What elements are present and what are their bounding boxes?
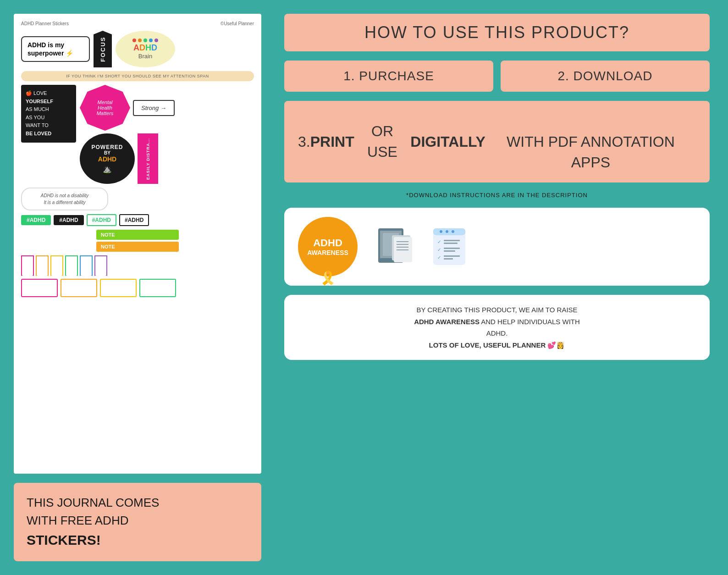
sticker-strong: Strong → bbox=[133, 100, 175, 116]
sticker-sheet: ADHD Planner Stickers ©Useful Planner AD… bbox=[14, 14, 261, 474]
svg-rect-22 bbox=[444, 258, 453, 260]
rect-stickers bbox=[21, 279, 176, 297]
rect-pink bbox=[21, 279, 58, 297]
note-orange: NOTE bbox=[96, 242, 179, 252]
brain-sub: Brain bbox=[138, 53, 152, 60]
mental-strong-row: MentalHealthMatters Strong → bbox=[80, 85, 175, 131]
svg-text:✓: ✓ bbox=[437, 255, 441, 260]
note-green: NOTE bbox=[96, 230, 179, 240]
sticker-powered: POWERED BY ADHD ⛰️ bbox=[80, 133, 135, 184]
left-panel: ADHD Planner Stickers ©Useful Planner AD… bbox=[0, 0, 275, 575]
hashtag-dark-solid: #ADHD bbox=[54, 215, 83, 225]
bottom-left-text: THIS JOURNAL COMES WITH FREE ADHD STICKE… bbox=[27, 494, 248, 550]
mission-text: BY CREATING THIS PRODUCT, WE AIM TO RAIS… bbox=[298, 304, 696, 351]
sticker-disability: ADHD is not a disabilityIt is a differen… bbox=[21, 188, 108, 210]
step1-box: 1. PURCHASE bbox=[284, 61, 493, 92]
sticker-row-notes: NOTE NOTE bbox=[21, 230, 254, 252]
hashtag-dark-outline: #ADHD bbox=[119, 214, 149, 226]
svg-text:✓: ✓ bbox=[437, 239, 441, 244]
sticker-love: 🍎 LOVEYOURSELFAS MUCHAS YOUWANT TOBE LOV… bbox=[21, 85, 76, 143]
sticker-grid: ADHD is mysuperpower ⚡ FOCUS ADHD Brain bbox=[21, 31, 254, 297]
sticker-row-bookmarks bbox=[21, 255, 254, 297]
sticker-row-2: IF YOU THINK I'M SHORT YOU SHOULD SEE MY… bbox=[21, 71, 254, 81]
step3-box: 3. PRINT OR USE DIGITALLY WITH PDF ANNOT… bbox=[284, 101, 710, 182]
sticker-superpower: ADHD is mysuperpower ⚡ bbox=[21, 36, 90, 62]
how-to-box: HOW TO USE THIS PRODUCT? bbox=[284, 14, 710, 51]
checklist-icon: ✓ ✓ ✓ bbox=[431, 226, 468, 267]
rect-green bbox=[139, 279, 176, 297]
adhd-awareness-badge: ADHD AWARENESS 🎗️ bbox=[298, 217, 358, 276]
hashtag-row: #ADHD #ADHD #ADHD #ADHD bbox=[21, 214, 254, 226]
sticker-attention: IF YOU THINK I'M SHORT YOU SHOULD SEE MY… bbox=[21, 71, 254, 81]
svg-rect-21 bbox=[444, 255, 460, 257]
tablet-svg bbox=[374, 226, 415, 267]
mid-col: MentalHealthMatters Strong → POWERED BY … bbox=[80, 85, 175, 184]
svg-point-11 bbox=[440, 230, 442, 233]
sticker-focus: FOCUS bbox=[94, 31, 112, 67]
bookmark-orange bbox=[36, 255, 49, 276]
right-panel: HOW TO USE THIS PRODUCT? 1. PURCHASE 2. … bbox=[275, 0, 728, 575]
checklist-svg: ✓ ✓ ✓ bbox=[431, 226, 468, 267]
bookmark-purple bbox=[94, 255, 107, 276]
powered-row: POWERED BY ADHD ⛰️ EASILY DISTRA... bbox=[80, 133, 158, 184]
svg-rect-18 bbox=[444, 248, 460, 249]
sticker-mental: MentalHealthMatters bbox=[80, 85, 130, 131]
bookmark-yellow bbox=[50, 255, 63, 276]
sheet-title: ADHD Planner Stickers bbox=[21, 21, 69, 26]
hashtag-green-outline: #ADHD bbox=[87, 214, 116, 226]
bottom-left-box: THIS JOURNAL COMES WITH FREE ADHD STICKE… bbox=[14, 483, 261, 561]
sticker-row-4: ADHD is not a disabilityIt is a differen… bbox=[21, 188, 254, 210]
mission-box: BY CREATING THIS PRODUCT, WE AIM TO RAIS… bbox=[284, 295, 710, 360]
powered-adhd: ADHD bbox=[98, 155, 116, 163]
svg-point-12 bbox=[446, 230, 448, 233]
sticker-distracted: EASILY DISTRA... bbox=[138, 133, 158, 184]
sheet-copyright: ©Useful Planner bbox=[221, 21, 254, 26]
svg-rect-19 bbox=[444, 250, 455, 252]
rect-orange bbox=[61, 279, 97, 297]
step2-box: 2. DOWNLOAD bbox=[501, 61, 710, 92]
awareness-box: ADHD AWARENESS 🎗️ bbox=[284, 208, 710, 286]
rect-yellow bbox=[100, 279, 137, 297]
bookmarks bbox=[21, 255, 107, 276]
sticker-row-1: ADHD is mysuperpower ⚡ FOCUS ADHD Brain bbox=[21, 31, 254, 67]
sticker-row-3: 🍎 LOVEYOURSELFAS MUCHAS YOUWANT TOBE LOV… bbox=[21, 85, 254, 184]
svg-rect-15 bbox=[444, 240, 460, 241]
svg-rect-16 bbox=[444, 243, 458, 244]
download-note: *DOWNLOAD INSTRUCTIONS ARE IN THE DESCRI… bbox=[284, 192, 710, 199]
bookmark-pink bbox=[21, 255, 34, 276]
svg-rect-10 bbox=[433, 228, 465, 235]
badge-container: ADHD AWARENESS 🎗️ bbox=[298, 217, 358, 276]
bookmark-blue bbox=[80, 255, 93, 276]
svg-text:✓: ✓ bbox=[437, 247, 441, 252]
svg-point-13 bbox=[452, 230, 454, 233]
brain-adhd-text: ADHD bbox=[133, 43, 157, 53]
sheet-header: ADHD Planner Stickers ©Useful Planner bbox=[21, 21, 254, 26]
tablet-icon bbox=[371, 224, 417, 270]
steps-row: 1. PURCHASE 2. DOWNLOAD bbox=[284, 61, 710, 92]
hashtag-green-solid: #ADHD bbox=[21, 215, 51, 225]
bookmark-green bbox=[65, 255, 78, 276]
sticker-brain: ADHD Brain bbox=[116, 31, 175, 67]
ribbon-icon: 🎗️ bbox=[320, 271, 336, 286]
